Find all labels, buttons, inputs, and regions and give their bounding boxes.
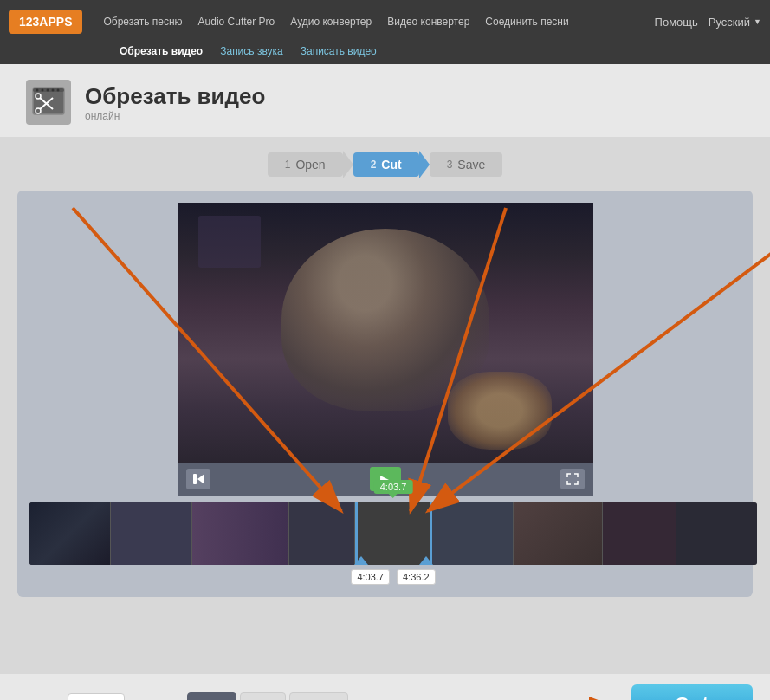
nav-join-songs[interactable]: Соединить песни (478, 12, 575, 31)
nav-cut-song[interactable]: Обрезать песню (96, 12, 189, 31)
timeline-thumb-3 (192, 502, 290, 565)
badge-arrow (389, 494, 398, 498)
right-handle[interactable] (419, 556, 433, 565)
svg-point-4 (47, 89, 49, 92)
format-buttons: MP4 FLV More (187, 692, 347, 701)
logo-button[interactable]: 123APPS (9, 10, 82, 34)
time-badge-wrapper: 4:03.7 (374, 480, 413, 494)
page-header: Обрезать видео онлайн (0, 64, 770, 137)
top-nav: 123APPS Обрезать песню Audio Cutter Pro … (0, 0, 770, 43)
step-arrow-2 (419, 151, 430, 178)
step-open[interactable]: 1 Open (268, 152, 343, 177)
video-frame (178, 203, 593, 463)
format-more-button[interactable]: More (289, 692, 348, 701)
svg-rect-11 (193, 474, 197, 484)
timeline-thumb-5 (432, 502, 514, 565)
step-save[interactable]: 3 Save (430, 152, 503, 177)
page-subtitle: онлайн (85, 110, 265, 122)
main-content: 1 Open 2 Cut 3 Save (0, 137, 770, 674)
step-open-label: Open (295, 158, 325, 172)
step-save-num: 3 (447, 159, 453, 171)
end-time-label: 4:36.2 (397, 569, 436, 585)
step-cut-num: 2 (371, 159, 377, 171)
step-save-label: Save (457, 158, 485, 172)
quality-selector[interactable]: Max (68, 693, 125, 701)
sub-nav-cut-video[interactable]: Обрезать видео (113, 43, 210, 59)
timeline-container: 4:03.7 (29, 502, 757, 585)
language-selector[interactable]: Русский (709, 16, 761, 29)
format-flv-button[interactable]: FLV (240, 692, 286, 701)
step-cut[interactable]: 2 Cut (353, 152, 419, 177)
nav-links: Обрезать песню Audio Cutter Pro Аудио ко… (96, 12, 654, 31)
cut-arrow (548, 691, 618, 700)
timeline-thumb-8 (676, 502, 757, 565)
nav-right: Помощь Русский (655, 16, 761, 29)
nav-video-converter[interactable]: Видео конвертер (380, 12, 476, 31)
video-preview-wrapper (29, 203, 741, 463)
sub-nav: Обрезать видео Запись звука Записать вид… (0, 43, 770, 64)
timeline-thumb-1 (29, 502, 111, 565)
current-time-badge: 4:03.7 (374, 480, 413, 494)
svg-point-2 (36, 89, 39, 92)
start-time-label: 4:03.7 (351, 569, 390, 585)
nav-audio-cutter-pro[interactable]: Audio Cutter Pro (191, 12, 282, 31)
step-cut-label: Cut (381, 158, 401, 172)
bottom-bar: Quality: Max Format: MP4 FLV More Cut (0, 674, 770, 700)
steps-bar: 1 Open 2 Cut 3 Save (17, 151, 753, 178)
timeline-thumb-4 (289, 502, 354, 565)
page-icon (26, 80, 71, 125)
svg-point-5 (52, 89, 55, 92)
sub-nav-record-video[interactable]: Записать видео (294, 43, 384, 59)
timeline-selection[interactable] (355, 502, 433, 565)
step-arrow-1 (343, 151, 353, 178)
video-bg-element (198, 216, 261, 268)
timeline-thumb-7 (603, 502, 676, 565)
svg-point-3 (42, 89, 44, 92)
cut-button[interactable]: Cut (631, 684, 753, 700)
page-title: Обрезать видео (85, 83, 265, 110)
nav-audio-converter[interactable]: Аудио конвертер (283, 12, 379, 31)
editor-panel: ▶ 4:03.7 (17, 191, 753, 597)
svg-point-6 (57, 89, 60, 92)
fullscreen-button[interactable] (560, 469, 585, 489)
page-title-block: Обрезать видео онлайн (85, 83, 265, 122)
video-still (178, 203, 593, 463)
handle-labels: 4:03.7 4:36.2 (29, 569, 757, 585)
timeline-thumb-6 (514, 502, 603, 565)
rewind-button[interactable] (186, 469, 210, 489)
cut-section: Cut (548, 684, 753, 700)
left-handle[interactable] (354, 556, 368, 565)
sub-nav-record-audio[interactable]: Запись звука (213, 43, 290, 59)
timeline-thumb-2 (111, 502, 192, 565)
svg-marker-12 (197, 474, 204, 484)
video-object (448, 372, 552, 450)
help-link[interactable]: Помощь (655, 16, 698, 29)
step-open-num: 1 (285, 159, 291, 171)
timeline-strip[interactable] (29, 502, 757, 565)
format-mp4-button[interactable]: MP4 (187, 692, 236, 701)
